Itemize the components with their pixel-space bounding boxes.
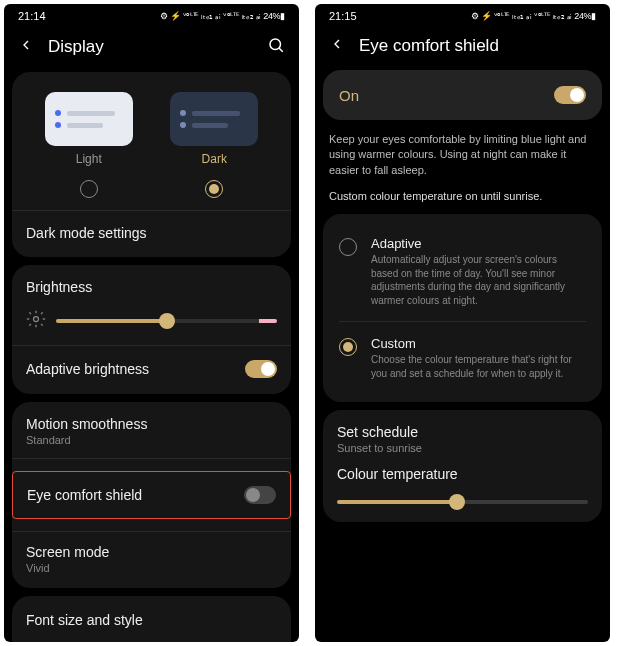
adaptive-brightness-toggle[interactable] — [245, 360, 277, 378]
eye-comfort-label: Eye comfort shield — [27, 487, 142, 503]
status-bar: 21:15 ⚙ ⚡ ᵛᵒᴸᵀᴱ ₗₜₑ₁ ₐᵢ ᵛᵒᴸᵀᴱ ₗₜₑ₂ ₐᵢ 24… — [315, 4, 610, 26]
brightness-slider-row — [26, 309, 277, 333]
display-settings-screen: 21:14 ⚙ ⚡ ᵛᵒᴸᵀᴱ ₗₜₑ₁ ₐᵢ ᵛᵒᴸᵀᴱ ₗₜₑ₂ ₐᵢ 24… — [4, 4, 299, 642]
temperature-label: Colour temperature — [337, 466, 588, 482]
theme-row: Light Dark — [26, 86, 277, 170]
motion-smoothness-row[interactable]: Motion smoothness Standard — [26, 416, 277, 446]
svg-line-10 — [41, 312, 43, 314]
svg-line-9 — [29, 324, 31, 326]
set-schedule-row[interactable]: Set schedule Sunset to sunrise — [337, 424, 588, 454]
adaptive-radio[interactable] — [339, 238, 357, 256]
eye-comfort-row[interactable]: Eye comfort shield — [27, 484, 276, 506]
sun-icon — [26, 309, 46, 333]
temperature-slider[interactable] — [337, 500, 588, 504]
brightness-card: Brightness Adaptive brightness — [12, 265, 291, 394]
theme-preview-light — [45, 92, 133, 146]
page-title: Display — [48, 37, 253, 57]
motion-sub: Standard — [26, 434, 277, 446]
description-text: Keep your eyes comfortable by limiting b… — [323, 132, 602, 184]
custom-title: Custom — [371, 336, 586, 351]
font-label: Font size and style — [26, 612, 143, 628]
mode-card: Adaptive Automatically adjust your scree… — [323, 214, 602, 402]
status-indicators: ⚙ ⚡ ᵛᵒᴸᵀᴱ ₗₜₑ₁ ₐᵢ ᵛᵒᴸᵀᴱ ₗₜₑ₂ ₐᵢ 24%▮ — [471, 11, 596, 21]
status-indicators: ⚙ ⚡ ᵛᵒᴸᵀᴱ ₗₜₑ₁ ₐᵢ ᵛᵒᴸᵀᴱ ₗₜₑ₂ ₐᵢ 24%▮ — [160, 11, 285, 21]
screen-mode-sub: Vivid — [26, 562, 277, 574]
master-toggle-card[interactable]: On — [323, 70, 602, 120]
status-text: Custom colour temperature on until sunri… — [323, 184, 602, 214]
font-size-row[interactable]: Font size and style — [26, 610, 277, 630]
search-icon[interactable] — [267, 36, 285, 58]
dark-mode-label: Dark mode settings — [26, 225, 147, 241]
screen-mode-row[interactable]: Screen mode Vivid — [26, 544, 277, 574]
custom-option[interactable]: Custom Choose the colour temperature tha… — [339, 328, 586, 388]
theme-label-light: Light — [76, 152, 102, 166]
theme-option-dark[interactable]: Dark — [170, 92, 258, 166]
theme-preview-dark — [170, 92, 258, 146]
status-time: 21:14 — [18, 10, 46, 22]
svg-point-2 — [34, 317, 39, 322]
theme-radio-light[interactable] — [80, 180, 98, 198]
eye-comfort-highlight: Eye comfort shield — [12, 471, 291, 519]
screen-mode-label: Screen mode — [26, 544, 277, 560]
eye-comfort-screen: 21:15 ⚙ ⚡ ᵛᵒᴸᵀᴱ ₗₜₑ₁ ₐᵢ ᵛᵒᴸᵀᴱ ₗₜₑ₂ ₐᵢ 24… — [315, 4, 610, 642]
display-options-card: Motion smoothness Standard Eye comfort s… — [12, 402, 291, 588]
back-icon[interactable] — [329, 36, 345, 56]
status-time: 21:15 — [329, 10, 357, 22]
adaptive-desc: Automatically adjust your screen's colou… — [371, 253, 586, 307]
custom-radio[interactable] — [339, 338, 357, 356]
dark-mode-settings-row[interactable]: Dark mode settings — [26, 223, 277, 243]
svg-line-8 — [41, 324, 43, 326]
schedule-sub: Sunset to sunrise — [337, 442, 588, 454]
font-card: Font size and style Screen zoom — [12, 596, 291, 642]
motion-label: Motion smoothness — [26, 416, 277, 432]
adaptive-brightness-row[interactable]: Adaptive brightness — [26, 358, 277, 380]
back-icon[interactable] — [18, 37, 34, 57]
settings-list: On Keep your eyes comfortable by limitin… — [315, 70, 610, 642]
status-bar: 21:14 ⚙ ⚡ ᵛᵒᴸᵀᴱ ₗₜₑ₁ ₐᵢ ᵛᵒᴸᵀᴱ ₗₜₑ₂ ₐᵢ 24… — [4, 4, 299, 26]
schedule-label: Set schedule — [337, 424, 588, 440]
header: Display — [4, 26, 299, 72]
brightness-slider[interactable] — [56, 319, 277, 323]
adaptive-brightness-label: Adaptive brightness — [26, 361, 149, 377]
eye-comfort-toggle[interactable] — [244, 486, 276, 504]
theme-card: Light Dark Dark mode settings — [12, 72, 291, 257]
svg-line-7 — [29, 312, 31, 314]
theme-radio-dark[interactable] — [205, 180, 223, 198]
svg-line-1 — [279, 48, 283, 52]
master-toggle[interactable] — [554, 86, 586, 104]
adaptive-option[interactable]: Adaptive Automatically adjust your scree… — [339, 228, 586, 315]
theme-radio-row — [26, 180, 277, 198]
theme-label-dark: Dark — [202, 152, 227, 166]
page-title: Eye comfort shield — [359, 36, 596, 56]
custom-desc: Choose the colour temperature that's rig… — [371, 353, 586, 380]
settings-list: Light Dark Dark mode settings — [4, 72, 299, 642]
on-label: On — [339, 87, 359, 104]
brightness-label: Brightness — [26, 279, 277, 295]
svg-point-0 — [270, 39, 281, 50]
theme-option-light[interactable]: Light — [45, 92, 133, 166]
schedule-card: Set schedule Sunset to sunrise Colour te… — [323, 410, 602, 522]
header: Eye comfort shield — [315, 26, 610, 70]
adaptive-title: Adaptive — [371, 236, 586, 251]
